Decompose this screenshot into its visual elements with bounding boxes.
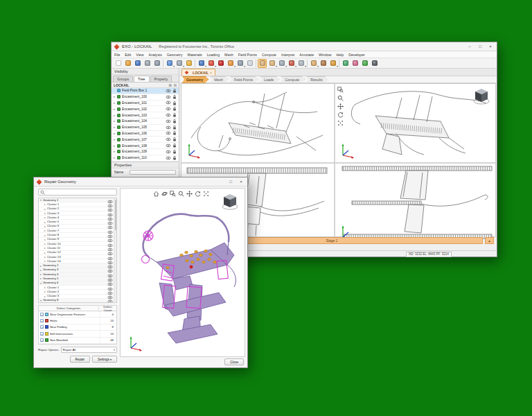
zoom-icon[interactable] — [337, 94, 344, 101]
menu-loading[interactable]: Loading — [207, 53, 220, 57]
name-field[interactable] — [130, 170, 176, 175]
toolbar-icon-sphere-gold[interactable]: ▾ — [328, 59, 337, 68]
toolbar-icon-color-palette[interactable] — [184, 59, 193, 68]
settings-button[interactable]: Settings ▾ — [92, 356, 117, 363]
menu-geometry[interactable]: Geometry — [167, 53, 183, 57]
tree-row-encastment-103[interactable]: ▸Encastment_103 — [112, 112, 179, 119]
toolbar-icon-sphere-sand[interactable]: ▾ — [309, 59, 318, 68]
defect-checkbox[interactable]: ✓ — [40, 313, 44, 316]
expand-all-icon[interactable]: ⊞ — [169, 83, 172, 87]
visibility-eye-icon[interactable] — [166, 137, 171, 141]
toolbar-icon-orient-view[interactable]: ▾ — [277, 59, 286, 68]
minimize-button[interactable]: – — [465, 43, 475, 50]
toolbar-icon-material[interactable] — [216, 59, 225, 68]
toolbar-icon-undo[interactable]: ▾ — [165, 59, 174, 68]
tree-row-encastment-110[interactable]: ▸Encastment_110 — [112, 155, 179, 162]
tree-row-encastment-102[interactable]: ▸Encastment_102 — [112, 106, 179, 112]
visibility-eye-icon[interactable] — [166, 156, 171, 160]
defect-checkbox[interactable]: ✓ — [40, 332, 44, 336]
toolbar-icon-mesh[interactable] — [258, 59, 267, 68]
tree-row-encastment-105[interactable]: ▸Encastment_105 — [112, 125, 179, 131]
visibility-eye-icon[interactable] — [166, 95, 171, 99]
lock-icon[interactable] — [172, 143, 177, 148]
defect-checkbox[interactable]: ✓ — [40, 325, 44, 329]
toolbar-icon-result-green[interactable] — [360, 59, 369, 68]
menu-field-points[interactable]: Field Points — [238, 53, 257, 57]
lock-icon[interactable] — [172, 88, 177, 94]
viewport-bottom-right[interactable] — [335, 164, 497, 244]
zoom-window-icon[interactable] — [337, 86, 344, 93]
visibility-eye-icon[interactable] — [166, 144, 171, 148]
menu-edit[interactable]: Edit — [125, 53, 131, 57]
visibility-eye-icon[interactable] — [166, 131, 171, 135]
toolbar-icon-open-library[interactable] — [123, 59, 132, 68]
ribbon-tab-results[interactable]: Results — [306, 76, 328, 83]
lock-icon[interactable] — [172, 149, 177, 155]
rotate-icon[interactable] — [194, 190, 201, 197]
view-cube[interactable] — [471, 86, 492, 107]
toolbar-icon-annotate-pen[interactable]: ▾ — [206, 59, 215, 68]
toolbar-icon-move-part[interactable]: ▾ — [287, 59, 296, 68]
toolbar-icon-print[interactable] — [143, 59, 152, 68]
tree-row-field-point-box-1[interactable]: Field Point Box 1 — [112, 88, 179, 94]
tab-groups[interactable]: Groups — [113, 76, 133, 82]
tree-row-encastment-108[interactable]: ▸Encastment_108 — [112, 143, 179, 149]
tree-scrollbar[interactable] — [114, 198, 116, 302]
lock-icon[interactable] — [172, 155, 177, 161]
stage-bar-button[interactable]: ▴ — [485, 237, 494, 244]
tree-row-encastment-104[interactable]: ▸Encastment_104 — [112, 119, 179, 125]
toolbar-icon-display-options[interactable]: ▾ — [197, 59, 206, 68]
tree-row-encastment-100[interactable]: ▸Encastment_100 — [112, 94, 179, 101]
visibility-eye-icon[interactable] — [166, 89, 171, 93]
defect-checkbox[interactable]: ✓ — [40, 319, 44, 322]
toolbar-icon-capture[interactable] — [152, 59, 161, 68]
rotate-icon[interactable] — [337, 111, 344, 118]
menu-view[interactable]: View — [136, 53, 143, 57]
toolbar-icon-sphere-brown[interactable] — [319, 59, 328, 68]
toolbar-icon-tools-dark[interactable] — [370, 59, 379, 68]
ribbon-tab-geometry[interactable]: Geometry — [182, 76, 209, 83]
menu-annotate[interactable]: Annotate — [299, 53, 314, 57]
zoom-icon[interactable] — [177, 190, 184, 197]
main-titlebar[interactable]: EXO - LOCKAIL Registered to Focusense In… — [112, 42, 497, 51]
menu-mesh[interactable]: Mesh — [224, 53, 233, 57]
pan-icon[interactable] — [337, 103, 344, 110]
toolbar-icon-redo[interactable]: ▾ — [175, 59, 184, 68]
lock-icon[interactable] — [172, 119, 177, 124]
tree-scrollbar-thumb[interactable] — [115, 200, 117, 230]
lock-icon[interactable] — [172, 137, 177, 142]
visibility-eye-icon[interactable] — [166, 150, 171, 154]
lock-icon[interactable] — [172, 125, 177, 130]
doc-tab-close-icon[interactable]: × — [210, 71, 212, 75]
toolbar-icon-compute-tool[interactable] — [341, 59, 350, 68]
visibility-eye-icon[interactable] — [166, 125, 171, 130]
viewport-top-right[interactable] — [335, 84, 497, 162]
toolbar-icon-save[interactable] — [133, 59, 142, 68]
lock-icon[interactable] — [172, 94, 177, 100]
ribbon-tab-mesh[interactable]: Mesh — [210, 76, 229, 83]
visibility-eye-icon[interactable] — [166, 107, 171, 111]
viewport-divider-vertical[interactable] — [334, 84, 335, 236]
menu-developer[interactable]: Developer — [348, 53, 365, 57]
repair-button[interactable]: Repair — [70, 356, 91, 363]
orbit-icon[interactable] — [161, 190, 168, 197]
viewport-divider-horizontal[interactable] — [181, 162, 495, 164]
visibility-eye-icon[interactable] — [166, 119, 171, 123]
toolbar-icon-geometry-cube[interactable]: ▾ — [226, 59, 235, 68]
repair-maximize-button[interactable]: □ — [226, 178, 236, 185]
tree-row-encastment-101[interactable]: ▸Encastment_101 — [112, 101, 179, 107]
repair-close-icon[interactable]: × — [236, 178, 246, 185]
lock-icon[interactable] — [172, 101, 177, 106]
menu-help[interactable]: Help — [337, 53, 344, 57]
menu-materials[interactable]: Materials — [188, 53, 202, 57]
document-tab-lockail[interactable]: LOCKAIL × — [181, 69, 215, 76]
visibility-eye-icon[interactable] — [166, 101, 171, 105]
toolbar-icon-result-pink[interactable] — [351, 59, 360, 68]
lock-icon[interactable] — [172, 112, 177, 118]
tree-row-encastment-107[interactable]: ▸Encastment_107 — [112, 137, 179, 143]
home-icon[interactable] — [152, 190, 159, 197]
viewport-top-left[interactable] — [181, 84, 334, 162]
fit-all-icon[interactable] — [202, 190, 209, 197]
maximize-button[interactable]: □ — [475, 43, 485, 50]
model-root-bar[interactable]: LOCKAIL ⊞ ⊟ — [112, 83, 179, 88]
